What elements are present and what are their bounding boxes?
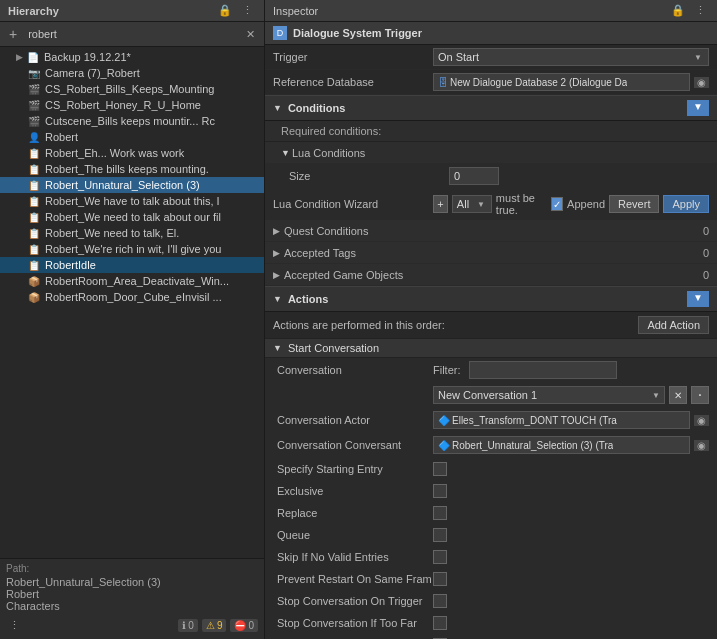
required-conditions-row: Required conditions: — [265, 121, 717, 142]
hierarchy-lock-icon[interactable]: 🔒 — [215, 3, 235, 18]
tree-item-robert-bills[interactable]: 📋 Robert_The bills keeps mounting. — [0, 161, 264, 177]
accepted-objects-row[interactable]: ▶ Accepted Game Objects 0 — [265, 264, 717, 286]
conversant-field[interactable]: 🔷 Robert_Unnatural_Selection (3) (Tra — [433, 436, 690, 454]
tree-item-cs-honey[interactable]: 🎬 CS_Robert_Honey_R_U_Home — [0, 97, 264, 113]
tree-item-label: CS_Robert_Honey_R_U_Home — [45, 99, 201, 111]
size-input[interactable] — [449, 167, 499, 185]
accepted-tags-row[interactable]: ▶ Accepted Tags 0 — [265, 242, 717, 264]
tree-item-robertroom-area[interactable]: 📦 RobertRoom_Area_Deactivate_Win... — [0, 273, 264, 289]
actions-section-header[interactable]: ▼ Actions ▼ — [265, 286, 717, 312]
lua-plus-btn[interactable]: + — [433, 195, 448, 213]
info-badge: ℹ 0 — [178, 619, 198, 632]
stop-trigger-value — [433, 594, 709, 608]
actor-label: Conversation Actor — [273, 414, 433, 426]
exclusive-checkbox[interactable] — [433, 484, 447, 498]
object-icon: 📋 — [28, 196, 40, 207]
tree-item-robert[interactable]: 👤 Robert — [0, 129, 264, 145]
tags-label: Accepted Tags — [284, 247, 444, 259]
tree-item-robert-we-need-el[interactable]: 📋 Robert_We need to talk, El. — [0, 225, 264, 241]
footer-menu-icon[interactable]: ⋮ — [6, 618, 23, 633]
starting-entry-checkbox[interactable] — [433, 462, 447, 476]
replace-checkbox[interactable] — [433, 506, 447, 520]
trigger-dropdown[interactable]: On Start — [433, 48, 709, 66]
tags-count: 0 — [703, 247, 709, 259]
must-true-label: must be true. — [496, 192, 548, 216]
tags-arrow-icon: ▶ — [273, 248, 280, 258]
size-value — [449, 167, 709, 185]
replace-row: Replace — [265, 502, 717, 524]
tree-item-robert-eh[interactable]: 📋 Robert_Eh... Work was work — [0, 145, 264, 161]
tree-item-label: Robert_We need to talk about our fil — [45, 211, 221, 223]
object-icon: 📋 — [28, 244, 40, 255]
revert-btn[interactable]: Revert — [609, 195, 659, 213]
add-item-button[interactable]: + — [6, 25, 20, 43]
close-root-icon[interactable]: ✕ — [243, 27, 258, 42]
tree-item-robertroom-door[interactable]: 📦 RobertRoom_Door_Cube_eInvisil ... — [0, 289, 264, 305]
queue-value — [433, 528, 709, 542]
tree-item-cs-bills[interactable]: 🎬 CS_Robert_Bills_Keeps_Mounting — [0, 81, 264, 97]
inspector-lock-icon[interactable]: 🔒 — [668, 3, 688, 18]
ref-db-field[interactable]: 🗄 New Dialogue Database 2 (Dialogue Da — [433, 73, 690, 91]
exclusive-label: Exclusive — [273, 485, 433, 497]
tree-item-label: Robert_We need to talk, El. — [45, 227, 179, 239]
conv-select-button[interactable]: · — [691, 386, 709, 404]
inspector-body: D Dialogue System Trigger Trigger On Sta… — [265, 22, 717, 639]
start-conversation-header[interactable]: ▼ Start Conversation — [265, 339, 717, 358]
lua-all-dropdown[interactable]: All — [452, 195, 492, 213]
actions-dropdown-btn[interactable]: ▼ — [687, 291, 709, 307]
actions-order-row: Actions are performed in this order: Add… — [265, 312, 717, 339]
tree-item-backup[interactable]: ▶ 📄 Backup 19.12.21* — [0, 49, 264, 65]
stop-far-checkbox[interactable] — [433, 616, 447, 630]
object-icon: 📋 — [28, 260, 40, 271]
skip-checkbox[interactable] — [433, 550, 447, 564]
stop-trigger-checkbox[interactable] — [433, 594, 447, 608]
trigger-value: On Start — [433, 48, 709, 66]
tree-item-robert-unnatural[interactable]: 📋 Robert_Unnatural_Selection (3) — [0, 177, 264, 193]
queue-checkbox[interactable] — [433, 528, 447, 542]
object-icon: 📋 — [28, 180, 40, 191]
lua-wizard-row: Lua Condition Wizard + All must be true.… — [265, 189, 717, 220]
prevent-value — [433, 572, 709, 586]
append-checkbox[interactable] — [551, 197, 563, 211]
tree-item-label: RobertRoom_Door_Cube_eInvisil ... — [45, 291, 222, 303]
warning-count: 9 — [217, 620, 223, 631]
conditions-dropdown-btn[interactable]: ▼ — [687, 100, 709, 116]
lua-wizard-controls: + All must be true. Append Revert Apply — [433, 192, 709, 216]
actor-select-btn[interactable]: ◉ — [694, 415, 709, 426]
conditions-section-header[interactable]: ▼ Conditions ▼ — [265, 95, 717, 121]
hierarchy-footer: Path: Robert_Unnatural_Selection (3) Rob… — [0, 558, 264, 639]
conversation-selector-row: New Conversation 1 ✕ · — [265, 383, 717, 408]
prevent-checkbox[interactable] — [433, 572, 447, 586]
tree-item-robert-we-have[interactable]: 📋 Robert_We have to talk about this, I — [0, 193, 264, 209]
exclusive-value — [433, 484, 709, 498]
actor-text: Elles_Transform_DONT TOUCH (Tra — [452, 415, 617, 426]
ref-db-row: Reference Database 🗄 New Dialogue Databa… — [265, 70, 717, 95]
inspector-menu-icon[interactable]: ⋮ — [692, 3, 709, 18]
conversant-select-btn[interactable]: ◉ — [694, 440, 709, 451]
actor-field[interactable]: 🔷 Elles_Transform_DONT TOUCH (Tra — [433, 411, 690, 429]
tree-item-cutscene[interactable]: 🎬 Cutscene_Bills keeps mountir... Rc — [0, 113, 264, 129]
stop-far-row: Stop Conversation If Too Far — [265, 612, 717, 634]
quest-conditions-row[interactable]: ▶ Quest Conditions 0 — [265, 220, 717, 242]
conv-clear-button[interactable]: ✕ — [669, 386, 687, 404]
conditions-title: Conditions — [288, 102, 345, 114]
conversant-value: 🔷 Robert_Unnatural_Selection (3) (Tra ◉ — [433, 436, 709, 454]
filter-input[interactable] — [469, 361, 617, 379]
tree-item-robert-idle[interactable]: 📋 RobertIdle — [0, 257, 264, 273]
info-count: 0 — [188, 620, 194, 631]
tree-item-label: RobertIdle — [45, 259, 96, 271]
required-label: Required conditions: — [281, 125, 381, 137]
apply-btn[interactable]: Apply — [663, 195, 709, 213]
add-action-button[interactable]: Add Action — [638, 316, 709, 334]
hierarchy-menu-icon[interactable]: ⋮ — [239, 3, 256, 18]
tree-item-robert-we-need-about[interactable]: 📋 Robert_We need to talk about our fil — [0, 209, 264, 225]
conversation-dropdown[interactable]: New Conversation 1 — [433, 386, 665, 404]
database-icon: 🗄 — [438, 77, 448, 88]
quest-count: 0 — [703, 225, 709, 237]
component-header: D Dialogue System Trigger — [265, 22, 717, 45]
size-label: Size — [289, 170, 449, 182]
tree-item-robert-rich[interactable]: 📋 Robert_We're rich in wit, I'll give yo… — [0, 241, 264, 257]
tree-item-camera[interactable]: 📷 Camera (7)_Robert — [0, 65, 264, 81]
ref-db-select-btn[interactable]: ◉ — [694, 77, 709, 88]
ref-db-value: 🗄 New Dialogue Database 2 (Dialogue Da ◉ — [433, 73, 709, 91]
